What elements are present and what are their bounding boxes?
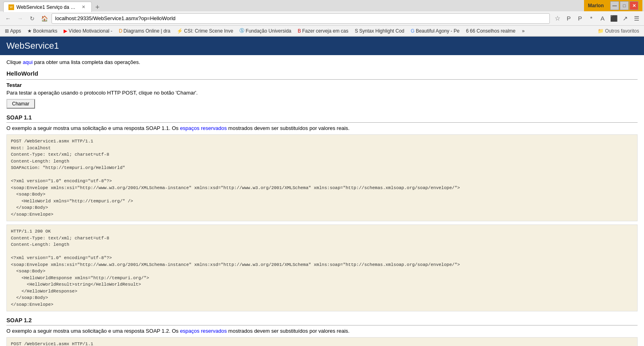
bookmark-fundacao[interactable]: Ⓢ Fundação Universida bbox=[238, 27, 293, 34]
avast-icon[interactable]: A bbox=[598, 14, 607, 23]
bookmark-syntax[interactable]: S Syntax Highlight Cod bbox=[353, 28, 406, 34]
intro-post: para obter uma lista completa das operaç… bbox=[33, 59, 140, 65]
soap11-label: SOAP 1.1 bbox=[6, 114, 638, 123]
tab-close-button[interactable]: ✕ bbox=[80, 4, 87, 10]
lastpass-icon[interactable]: * bbox=[587, 14, 596, 23]
bookmark-agony-label: Beautiful Agony - Pe bbox=[416, 28, 460, 34]
home-button[interactable]: 🏠 bbox=[39, 14, 49, 23]
soap12-description: O exemplo a seguir mostra uma solicitaçã… bbox=[6, 328, 638, 334]
toolbar-icon-1[interactable]: ⬛ bbox=[609, 14, 618, 23]
bookmark-more[interactable]: » bbox=[520, 28, 526, 34]
agony-icon: G bbox=[411, 28, 415, 34]
apps-icon: ⊞ bbox=[5, 28, 9, 34]
fundacao-icon: Ⓢ bbox=[239, 27, 244, 34]
testar-title: Testar bbox=[6, 82, 638, 88]
minimize-button[interactable]: — bbox=[610, 1, 619, 10]
menu-icon[interactable]: ☰ bbox=[632, 14, 641, 23]
bookmark-star-icon[interactable]: ☆ bbox=[555, 14, 560, 22]
bookmark-bookmarks[interactable]: ★ Bookmarks bbox=[26, 28, 59, 34]
address-text: localhost:29335/WebService1.asmx?op=Hell… bbox=[55, 15, 175, 21]
bookmark-diagrams-label: Diagrams Online | dra bbox=[124, 28, 171, 34]
new-tab-button[interactable]: + bbox=[93, 2, 102, 12]
user-name: Marlon bbox=[588, 3, 604, 8]
intro-paragraph: Clique aqui para obter uma lista complet… bbox=[6, 59, 638, 65]
forward-button[interactable]: → bbox=[15, 14, 25, 23]
bookmark-outros-label: Outros favoritos bbox=[605, 28, 639, 34]
testar-description: Para testar a operação usando o protocol… bbox=[6, 90, 638, 96]
active-tab[interactable]: W WebService1 Serviço da W... ✕ bbox=[3, 2, 92, 12]
reload-button[interactable]: ↻ bbox=[27, 14, 37, 23]
page-header: WebService1 bbox=[0, 37, 644, 55]
soap11-response-code: HTTP/1.1 200 OK Content-Type: text/xml; … bbox=[6, 224, 638, 311]
soap11-link[interactable]: espaços reservados bbox=[180, 125, 227, 131]
back-button[interactable]: ← bbox=[3, 14, 13, 23]
soap12-link[interactable]: espaços reservados bbox=[180, 328, 227, 334]
bookmark-cerveja[interactable]: B Fazer cerveja em cas bbox=[296, 28, 350, 34]
pocket-icon[interactable]: P bbox=[576, 14, 584, 23]
soap12-label: SOAP 1.2 bbox=[6, 317, 638, 325]
soap11-request-code: POST /WebService1.asmx HTTP/1.1 Host: lo… bbox=[6, 134, 638, 221]
bookmark-conselhos-label: 66 Conselhos realme bbox=[470, 28, 515, 34]
youtube-icon: ▶ bbox=[64, 28, 67, 34]
tab-favicon: W bbox=[8, 4, 14, 10]
bookmark-conselhos[interactable]: 6 66 Conselhos realme bbox=[464, 28, 517, 34]
bookmark-video-label: Vídeo Motivacional - bbox=[68, 28, 112, 34]
bookmark-fundacao-label: Fundação Universida bbox=[246, 28, 291, 34]
conselhos-icon: 6 bbox=[466, 28, 469, 34]
csi-icon: ⚡ bbox=[177, 28, 183, 34]
section-helloworld: HelloWorld bbox=[6, 70, 638, 80]
more-label: » bbox=[522, 28, 525, 34]
toolbar-icon-2[interactable]: ↗ bbox=[621, 14, 630, 23]
soap11-description: O exemplo a seguir mostra uma solicitaçã… bbox=[6, 125, 638, 131]
bookmark-bookmarks-label: Bookmarks bbox=[33, 28, 57, 34]
diagrams-icon: D bbox=[119, 28, 122, 34]
folder-icon: 📁 bbox=[598, 28, 604, 34]
bookmark-apps[interactable]: ⊞ Apps bbox=[3, 28, 23, 34]
soap12-request-code: POST /WebService1.asmx HTTP/1.1 Host: lo… bbox=[6, 337, 638, 346]
bookmark-agony[interactable]: G Beautiful Agony - Pe bbox=[409, 28, 461, 34]
tab-label: WebService1 Serviço da W... bbox=[17, 4, 78, 10]
bookmark-diagrams[interactable]: D Diagrams Online | dra bbox=[117, 28, 172, 34]
syntax-icon: S bbox=[355, 28, 358, 34]
intro-pre: Clique bbox=[6, 59, 23, 65]
bookmark-apps-label: Apps bbox=[10, 28, 21, 34]
maximize-button[interactable]: □ bbox=[620, 1, 629, 10]
bookmark-cerveja-label: Fazer cerveja em cas bbox=[302, 28, 349, 34]
cerveja-icon: B bbox=[298, 28, 301, 34]
address-bar[interactable]: localhost:29335/WebService1.asmx?op=Hell… bbox=[52, 13, 550, 24]
bookmark-video[interactable]: ▶ Vídeo Motivacional - bbox=[62, 28, 114, 34]
bookmark-csi[interactable]: ⚡ CSI: Crime Scene Inve bbox=[175, 28, 235, 34]
page-body: Clique aqui para obter uma lista complet… bbox=[0, 55, 644, 346]
bookmark-outros[interactable]: 📁 Outros favoritos bbox=[596, 28, 641, 34]
bookmarks-icon: ★ bbox=[27, 28, 32, 34]
close-button[interactable]: ✕ bbox=[630, 1, 638, 10]
pinterest-icon[interactable]: P bbox=[564, 14, 573, 23]
chamar-button[interactable]: Chamar bbox=[6, 99, 35, 109]
bookmark-csi-label: CSI: Crime Scene Inve bbox=[184, 28, 233, 34]
sub-section-testar: Testar Para testar a operação usando o p… bbox=[6, 82, 638, 109]
page-title: WebService1 bbox=[6, 41, 638, 51]
bookmark-syntax-label: Syntax Highlight Cod bbox=[359, 28, 404, 34]
intro-link[interactable]: aqui bbox=[23, 59, 33, 65]
